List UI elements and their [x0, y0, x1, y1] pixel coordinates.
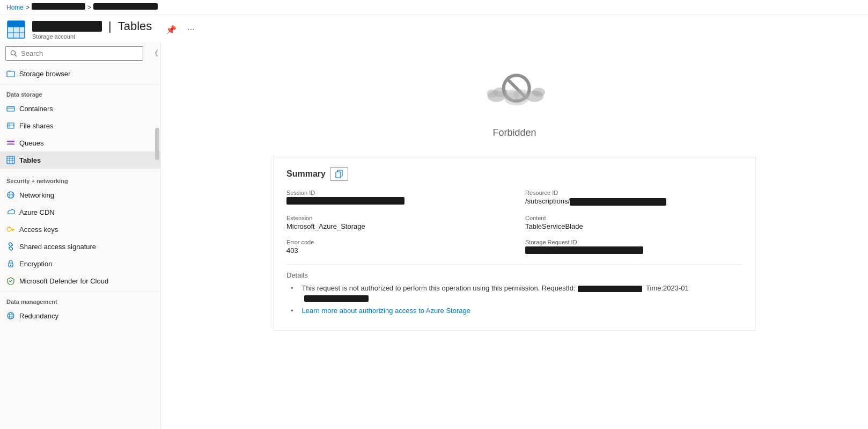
- sidebar-item-networking[interactable]: Networking: [0, 186, 160, 203]
- page-subtitle: Storage account: [32, 33, 152, 40]
- fileshares-icon: [6, 121, 15, 130]
- field-content: Content TableServiceBlade: [525, 215, 742, 230]
- cdn-icon: [6, 208, 15, 216]
- svg-rect-11: [8, 123, 14, 128]
- summary-title: Summary: [286, 169, 326, 179]
- svg-rect-14: [7, 141, 14, 142]
- scrollbar-thumb[interactable]: [155, 128, 159, 160]
- svg-point-24: [7, 227, 11, 231]
- section-data-storage: Data storage: [0, 84, 160, 100]
- sidebar-item-containers[interactable]: Containers: [0, 100, 160, 117]
- sidebar-item-label: Storage browser: [19, 70, 70, 78]
- sidebar-item-tables[interactable]: Tables: [0, 151, 160, 169]
- field-extension: Extension Microsoft_Azure_Storage: [286, 215, 504, 230]
- summary-grid: Session ID Resource ID /subscriptions/ E…: [286, 190, 742, 256]
- breadcrumb-home[interactable]: Home: [6, 4, 24, 11]
- details-section: Details This request is not authorized t…: [286, 271, 742, 316]
- sidebar-item-label: Azure CDN: [19, 208, 55, 216]
- header-title-group: | Tables Storage account: [32, 19, 152, 40]
- summary-card: Summary Session ID Resource ID /s: [273, 156, 756, 331]
- sidebar-item-label: Queues: [19, 139, 44, 147]
- sidebar-item-label: Microsoft Defender for Cloud: [19, 277, 108, 285]
- svg-point-41: [514, 90, 530, 101]
- shield-icon: [6, 277, 15, 285]
- forbidden-text: Forbidden: [492, 127, 536, 139]
- sidebar: 《 Storage browser Data storage Container…: [0, 42, 161, 429]
- search-row: 《: [0, 42, 160, 65]
- sidebar-item-queues[interactable]: Queues: [0, 134, 160, 151]
- breadcrumb-sep1: >: [26, 4, 30, 11]
- svg-point-29: [10, 265, 11, 266]
- search-container: [0, 42, 149, 65]
- details-item-2: Learn more about authorizing access to A…: [291, 306, 742, 316]
- folder-icon: [6, 69, 15, 78]
- breadcrumb: Home > >: [0, 0, 868, 15]
- forbidden-illustration: [482, 63, 547, 119]
- field-resource-id: Resource ID /subscriptions/: [525, 190, 742, 206]
- details-label: Details: [286, 271, 742, 279]
- summary-divider: [286, 264, 742, 265]
- breadcrumb-account1[interactable]: [32, 3, 85, 11]
- copy-button[interactable]: [330, 167, 348, 181]
- main-layout: 《 Storage browser Data storage Container…: [0, 42, 868, 429]
- sidebar-item-label: Tables: [19, 156, 41, 164]
- svg-point-36: [532, 88, 545, 97]
- search-input[interactable]: [5, 46, 143, 61]
- section-security-networking: Security + networking: [0, 171, 160, 186]
- main-content: Forbidden Summary Session ID: [161, 42, 868, 429]
- link-icon: [6, 242, 15, 251]
- sidebar-item-label: Redundancy: [19, 312, 58, 320]
- sidebar-item-file-shares[interactable]: File shares: [0, 117, 160, 134]
- svg-rect-43: [336, 172, 341, 178]
- page-header: | Tables Storage account 📌 ···: [0, 15, 868, 42]
- page-title: Tables: [118, 19, 152, 33]
- page-icon: [6, 20, 26, 39]
- svg-rect-7: [7, 71, 14, 77]
- tables-icon: [6, 156, 15, 164]
- sidebar-item-label: Shared access signature: [19, 243, 96, 251]
- more-button[interactable]: ···: [184, 24, 197, 35]
- field-storage-request-id: Storage Request ID: [525, 239, 742, 256]
- sidebar-item-label: File shares: [19, 122, 54, 130]
- sidebar-item-redundancy[interactable]: Redundancy: [0, 307, 160, 324]
- details-item-1: This request is not authorized to perfor…: [291, 283, 742, 303]
- learn-more-link[interactable]: Learn more about authorizing access to A…: [302, 306, 470, 316]
- sidebar-item-encryption[interactable]: Encryption: [0, 255, 160, 272]
- summary-header: Summary: [286, 167, 742, 181]
- svg-point-30: [8, 312, 14, 319]
- svg-rect-15: [7, 143, 14, 145]
- sidebar-item-storage-browser[interactable]: Storage browser: [0, 65, 160, 82]
- pin-button[interactable]: 📌: [163, 24, 180, 36]
- key-icon: [6, 225, 15, 234]
- sidebar-item-shared-access-signature[interactable]: Shared access signature: [0, 238, 160, 255]
- svg-rect-8: [7, 107, 14, 111]
- globe-icon: [6, 311, 15, 320]
- svg-point-31: [10, 312, 12, 319]
- svg-rect-1: [8, 21, 25, 27]
- containers-icon: [6, 104, 15, 113]
- breadcrumb-sep2: >: [87, 4, 91, 11]
- header-actions: 📌 ···: [163, 24, 197, 36]
- sidebar-item-label: Containers: [19, 105, 53, 113]
- field-error-code: Error code 403: [286, 239, 504, 256]
- lock-icon: [6, 259, 15, 268]
- sidebar-item-azure-cdn[interactable]: Azure CDN: [0, 203, 160, 221]
- sidebar-collapse-button[interactable]: 《: [149, 49, 160, 59]
- queues-icon: [6, 139, 15, 147]
- sidebar-item-access-keys[interactable]: Access keys: [0, 221, 160, 238]
- svg-rect-16: [7, 156, 14, 164]
- details-list: This request is not authorized to perfor…: [286, 283, 742, 316]
- field-session-id: Session ID: [286, 190, 504, 206]
- sidebar-item-label: Encryption: [19, 260, 52, 268]
- sidebar-item-label: Networking: [19, 191, 54, 199]
- sidebar-item-defender[interactable]: Microsoft Defender for Cloud: [0, 272, 160, 289]
- details-text-1: This request is not authorized to perfor…: [302, 283, 742, 303]
- sidebar-item-label: Access keys: [19, 226, 58, 234]
- section-data-management: Data management: [0, 292, 160, 307]
- networking-icon: [6, 191, 15, 199]
- breadcrumb-account2: [93, 3, 158, 11]
